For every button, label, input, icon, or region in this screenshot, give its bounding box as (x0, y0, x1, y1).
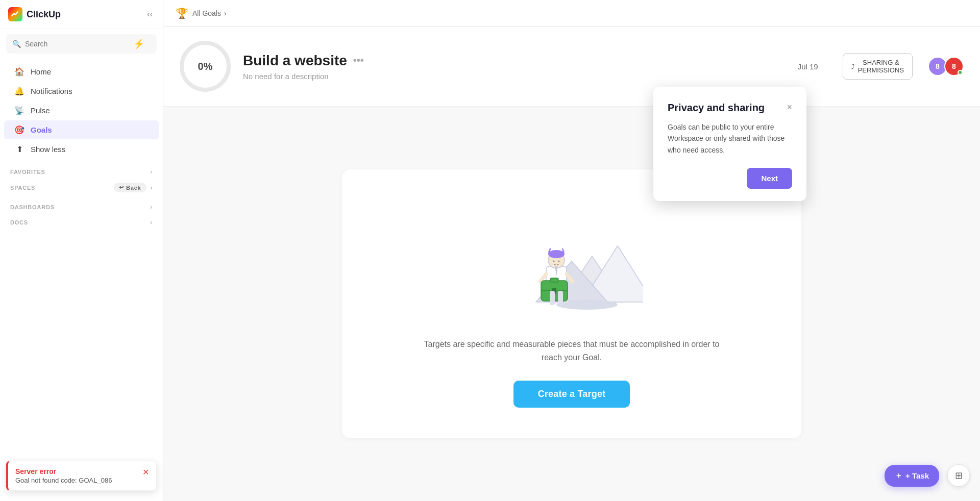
svg-rect-13 (550, 278, 558, 282)
avatar-2-label: 8 (952, 62, 956, 70)
goal-info: Build a website ••• No need for a descri… (243, 53, 786, 81)
docs-arrow-icon: › (150, 219, 153, 226)
privacy-popup-close-button[interactable]: × (787, 102, 792, 113)
sidebar-header: ClickUp ‹‹ (0, 0, 163, 29)
goals-icon: 🎯 (14, 125, 24, 135)
goal-header: 0% Build a website ••• No need for a des… (163, 27, 980, 107)
error-title: Server error (15, 467, 112, 475)
search-bar[interactable]: 🔍 ⚡ (6, 34, 157, 54)
privacy-popup-header: Privacy and sharing × (668, 101, 792, 114)
dashboards-label: DASHBOARDS (10, 204, 55, 210)
goal-title-row: Build a website ••• (243, 53, 786, 69)
svg-point-9 (558, 261, 560, 262)
home-icon: 🏠 (14, 67, 24, 77)
back-arrow-icon: ↩ (119, 184, 124, 191)
avatar-2: 8 (944, 57, 964, 76)
app-name: ClickUp (27, 9, 61, 20)
show-less-label: Show less (31, 145, 65, 154)
back-button[interactable]: ↩ Back (114, 183, 146, 192)
sidebar-item-label-pulse: Pulse (31, 106, 50, 115)
sidebar-item-label-goals: Goals (31, 126, 52, 134)
sharing-label: SHARING &PERMISSIONS (858, 59, 904, 74)
breadcrumb-label: All Goals (192, 9, 221, 17)
logo-area: ClickUp (8, 7, 61, 21)
back-label: Back (126, 185, 141, 191)
add-task-button[interactable]: ＋ + Task (885, 465, 939, 487)
sidebar-item-home[interactable]: 🏠 Home (4, 62, 159, 81)
lightning-icon[interactable]: ⚡ (133, 38, 144, 49)
favorites-label: FAVORITES (10, 169, 45, 175)
clickup-logo-icon (8, 7, 22, 21)
chevron-up-icon: ⬆ (14, 144, 24, 154)
sidebar-item-goals[interactable]: 🎯 Goals (4, 120, 159, 139)
next-button[interactable]: Next (747, 168, 792, 189)
search-input[interactable] (25, 40, 129, 48)
add-task-plus-icon: ＋ (895, 471, 902, 481)
avatar-1-label: 8 (936, 62, 940, 70)
favorites-section[interactable]: FAVORITES › (0, 162, 163, 178)
trophy-icon: 🏆 (176, 7, 188, 19)
content-area: Targets are specific and measurable piec… (163, 107, 980, 501)
dashboards-section[interactable]: DASHBOARDS › (0, 197, 163, 213)
topbar: 🏆 All Goals › (163, 0, 980, 27)
progress-circle: 0% (180, 41, 231, 92)
sidebar: ClickUp ‹‹ 🔍 ⚡ 🏠 Home 🔔 Notifications 📡 … (0, 0, 163, 501)
nav-items: 🏠 Home 🔔 Notifications 📡 Pulse 🎯 Goals ⬆… (0, 59, 163, 162)
goal-description: No need for a description (243, 72, 786, 81)
search-icon: 🔍 (12, 40, 21, 48)
svg-rect-17 (558, 291, 563, 305)
error-close-button[interactable]: ✕ (142, 467, 149, 477)
goal-more-options-button[interactable]: ••• (353, 55, 364, 66)
grid-icon: ⊞ (955, 470, 963, 481)
error-description: Goal not found code: GOAL_086 (15, 477, 112, 484)
privacy-popup-title: Privacy and sharing (668, 101, 765, 114)
error-content: Server error Goal not found code: GOAL_0… (15, 467, 112, 484)
breadcrumb-all-goals[interactable]: All Goals › (192, 9, 227, 17)
svg-point-8 (553, 261, 555, 262)
docs-label: DOCS (10, 219, 28, 226)
pulse-icon: 📡 (14, 106, 24, 115)
privacy-popup: Privacy and sharing × Goals can be publi… (653, 87, 806, 201)
spaces-label: SPACES (10, 185, 35, 191)
avatars-group: 8 8 (931, 57, 964, 76)
progress-value: 0% (198, 61, 213, 72)
favorites-arrow-icon: › (150, 168, 153, 176)
sidebar-item-pulse[interactable]: 📡 Pulse (4, 101, 159, 120)
goal-date: Jul 19 (798, 62, 818, 71)
empty-state-card: Targets are specific and measurable piec… (342, 169, 801, 438)
empty-state-text: Targets are specific and measurable piec… (419, 338, 725, 364)
grid-view-button[interactable]: ⊞ (947, 464, 970, 487)
dashboards-arrow-icon: › (150, 204, 153, 211)
main-content: 🏆 All Goals › 0% Build a website ••• No … (163, 0, 980, 501)
online-status-dot (958, 70, 963, 75)
docs-section[interactable]: DOCS › (0, 213, 163, 228)
breadcrumb-arrow-icon: › (224, 9, 227, 17)
sidebar-item-label-home: Home (31, 67, 51, 76)
sharing-permissions-button[interactable]: ⤴ SHARING &PERMISSIONS (843, 53, 913, 80)
sidebar-item-label-notifications: Notifications (31, 87, 72, 95)
empty-state-illustration (500, 200, 643, 322)
share-icon: ⤴ (851, 63, 855, 70)
sidebar-item-notifications[interactable]: 🔔 Notifications (4, 82, 159, 101)
notifications-icon: 🔔 (14, 86, 24, 96)
svg-rect-16 (550, 291, 555, 305)
goal-title-text: Build a website (243, 53, 347, 69)
add-task-label: + Task (905, 471, 929, 480)
collapse-sidebar-button[interactable]: ‹‹ (145, 8, 155, 21)
spaces-arrow-icon: › (151, 185, 153, 191)
spaces-section[interactable]: SPACES ↩ Back › (0, 178, 163, 197)
create-target-button[interactable]: Create a Target (513, 381, 630, 408)
error-toast: Server error Goal not found code: GOAL_0… (6, 461, 157, 491)
sidebar-item-show-less[interactable]: ⬆ Show less (4, 140, 159, 159)
privacy-popup-description: Goals can be public to your entire Works… (668, 121, 792, 156)
svg-point-7 (548, 250, 565, 258)
